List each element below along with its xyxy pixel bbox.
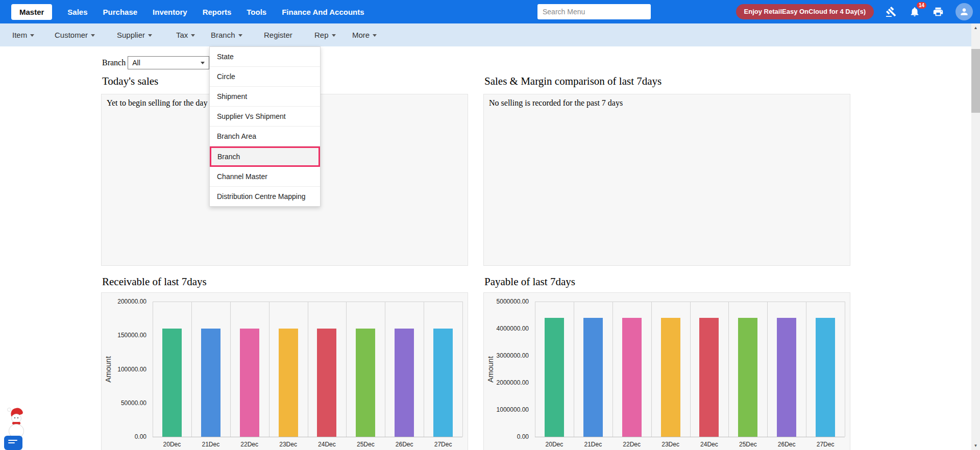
bar [201,329,220,437]
panel-sales-margin: No selling is recorded for the past 7 da… [483,94,850,266]
bar [816,318,835,437]
sales-margin-message: No selling is recorded for the past 7 da… [484,94,850,112]
x-tick-label: 23Dec [651,441,690,448]
scroll-down-arrow-icon[interactable]: ▼ [971,441,980,450]
menu-item-branch-area[interactable]: Branch Area [210,127,320,146]
y-tick-label: 0.00 [484,433,529,440]
bar [162,329,182,437]
bar [699,318,719,437]
menu-item-supplier-vs-shipment[interactable]: Supplier Vs Shipment [210,107,320,127]
x-tick-label: 25Dec [346,441,385,448]
menu-item-branch[interactable]: Branch [210,146,320,167]
panel-payable: Amount5000000.004000000.003000000.002000… [483,292,850,450]
y-tick-label: 200000.00 [102,298,146,305]
gavel-icon[interactable] [885,6,897,18]
scrollbar-thumb[interactable] [971,49,980,113]
bar [395,329,414,437]
payable-chart: Amount5000000.004000000.003000000.002000… [484,293,850,450]
tab-tools[interactable]: Tools [247,8,266,16]
chevron-down-icon [332,34,336,37]
tab-inventory[interactable]: Inventory [153,8,187,16]
gridline [806,302,806,437]
snowman-hat-pom [7,408,11,412]
x-axis-line [535,437,845,437]
y-tick-label: 100000.00 [102,366,146,373]
snowman-eye [14,417,15,418]
gridline [269,302,270,437]
subnav-item-tax[interactable]: Tax [176,23,195,46]
x-tick-label: 25Dec [728,441,767,448]
gridline [612,302,613,437]
notification-badge: 14 [917,2,926,9]
x-tick-label: 22Dec [612,441,651,448]
subnav-item-more[interactable]: More [352,23,377,46]
gridline [191,302,192,437]
bar [317,329,336,437]
search-input[interactable] [537,4,651,19]
bar [777,318,796,437]
branch-filter-value: All [132,59,140,67]
x-tick-label: 26Dec [767,441,806,448]
menu-item-channel-master[interactable]: Channel Master [210,167,320,187]
subnav-item-register[interactable]: Register [264,23,292,46]
bar [356,329,375,437]
x-tick-label: 24Dec [308,441,347,448]
avatar[interactable] [955,3,973,20]
subnav-item-branch[interactable]: Branch [211,23,242,46]
menu-item-state[interactable]: State [210,47,320,67]
scroll-up-arrow-icon[interactable]: ▲ [971,23,980,32]
y-tick-label: 50000.00 [102,399,146,407]
gridline [153,302,153,437]
tab-purchase[interactable]: Purchase [103,8,138,16]
menu-item-circle[interactable]: Circle [210,67,320,87]
tab-finance-and-accounts[interactable]: Finance And Accounts [282,8,364,16]
subnav-item-customer[interactable]: Customer [55,23,95,46]
x-tick-label: 22Dec [230,441,269,448]
menu-item-shipment[interactable]: Shipment [210,87,320,107]
gridline [535,302,535,437]
trial-promo-badge[interactable]: Enjoy RetailEasy OnCloud for 4 Day(s) [736,4,874,19]
chevron-down-icon [238,34,242,37]
chat-widget-button[interactable] [4,436,22,450]
top-navigation-bar: Master Sales Purchase Inventory Reports … [0,0,980,23]
tab-reports[interactable]: Reports [203,8,232,16]
chevron-down-icon [191,34,195,37]
bell-icon[interactable]: 14 [909,6,921,18]
x-tick-label: 27Dec [806,441,845,448]
subnav-item-label: Branch [211,31,235,39]
snowman-eye [17,417,18,418]
chevron-down-icon [373,34,377,37]
x-tick-label: 23Dec [269,441,308,448]
menu-item-distribution-centre-mapping[interactable]: Distribution Centre Mapping [210,187,320,206]
subnav-item-item[interactable]: Item [12,23,34,46]
chat-icon [8,440,17,441]
chevron-down-icon [201,62,205,64]
x-tick-label: 20Dec [153,441,191,448]
y-tick-label: 4000000.00 [484,325,529,332]
bar [545,318,564,437]
gridline [424,302,424,437]
subnav-item-rep[interactable]: Rep [314,23,336,46]
bar [738,318,757,437]
chevron-down-icon [148,34,152,37]
branch-filter-select[interactable]: All [128,56,209,69]
gridline [385,302,385,437]
x-tick-label: 21Dec [191,441,230,448]
gridline [346,302,347,437]
subnav-item-supplier[interactable]: Supplier [117,23,152,46]
subnav-item-label: Register [264,31,292,39]
subnav-item-label: Supplier [117,31,145,39]
y-tick-label: 3000000.00 [484,352,529,359]
tab-master[interactable]: Master [11,4,52,20]
branch-filter-row: Branch All [102,56,209,69]
branch-filter-label: Branch [102,58,126,67]
bar [433,329,453,437]
gridline [845,302,845,437]
top-nav-menu: Sales Purchase Inventory Reports Tools F… [67,8,364,16]
tab-sales[interactable]: Sales [67,8,87,16]
printer-icon[interactable] [932,6,944,18]
y-tick-label: 5000000.00 [484,298,529,305]
gridline [230,302,231,437]
chat-icon [8,442,15,443]
y-tick-label: 2000000.00 [484,379,529,386]
